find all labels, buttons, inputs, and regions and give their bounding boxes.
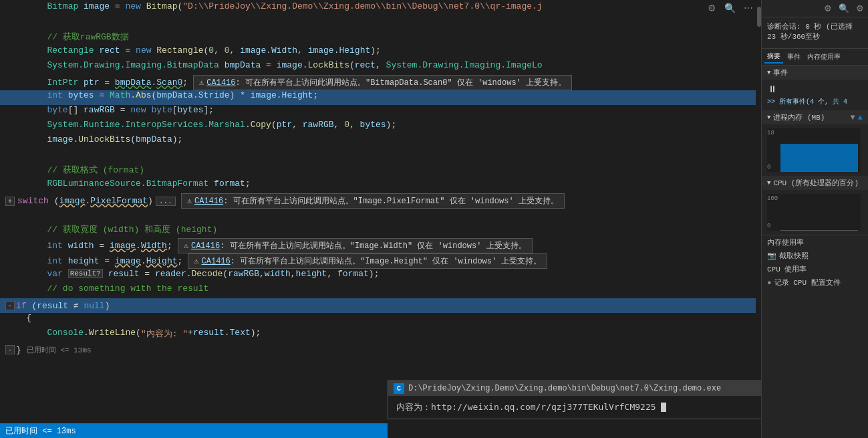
snapshot-label: 截取快照 (779, 251, 809, 261)
code-line-bytearray: byte [] rawRGB = new byte [ bytes ]; (0, 105, 761, 120)
tab-summary[interactable]: 摘要 (764, 50, 783, 64)
code-line-if: - if ( result ≠ null ) (0, 298, 761, 313)
warning-icon3: ⚠ (184, 241, 188, 251)
warning-icon: ⚠ (199, 78, 204, 88)
memory-bar (780, 144, 858, 172)
memory-y-min: 0 (767, 164, 770, 171)
code-line-blank1 (0, 16, 761, 31)
terminal-popup: C D:\PrideJoy\Zxing.Demo\Zxing.demo\bin\… (388, 380, 761, 419)
code-line-comment3: // 获取宽度 (width) 和高度 (height) (0, 223, 761, 238)
code-line-comment4: // do something with the result (0, 284, 761, 298)
actions-section-header: 内存使用率 (762, 235, 868, 249)
warning-icon4: ⚠ (194, 256, 198, 266)
memory-section-header[interactable]: ▼ 进程内存 (MB) ▼ ▲ (762, 110, 868, 124)
events-section-body: ⏸ >> 所有事件(4 个, 共 4 (762, 80, 868, 110)
code-line-brace-close: - } 已用时间 <= 13ms (0, 342, 761, 357)
event-pause-row: ⏸ (767, 82, 863, 96)
code-line-format: RGBLuminanceSource.BitmapFormat format ; (0, 179, 761, 193)
code-line-result: var Result? result = reader . Decode ( r… (0, 269, 761, 284)
terminal-title: D:\PrideJoy\Zxing.Demo\Zxing.demo\bin\De… (408, 384, 721, 393)
diag-search-icon[interactable]: 🔍 (837, 2, 851, 15)
cpu-profile-label: 记录 CPU 配置文件 (774, 278, 841, 288)
events-arrow: ▼ (767, 70, 770, 76)
switch-collapsed[interactable]: ... (156, 197, 176, 206)
code-line-writeline: Console . WriteLine ( "内容为: " + result .… (0, 328, 761, 342)
warning-code-scan0[interactable]: CA1416 (206, 78, 235, 88)
memory-filter-icon[interactable]: ▼ (851, 113, 855, 122)
diag-toolbar: ⚙ 🔍 ⚙ (762, 0, 868, 17)
events-count: >> 所有事件(4 个, 共 4 (767, 96, 863, 108)
code-line-blank2 (0, 149, 761, 164)
warning-tooltip-scan0: ⚠ CA1416 : 可在所有平台上访问此调用站点。"BitmapData.Sc… (193, 75, 572, 90)
code-editor: Bitmap image = new Bitmap ( "D:\\PrideJo… (0, 0, 761, 360)
code-line-width: int width = image . Width ; ⚠ CA1416 : 可… (0, 238, 761, 253)
code-scrollbar[interactable] (756, 0, 761, 438)
warning-tooltip-pixelformat: ⚠ CA1416 : 可在所有平台上访问此调用站点。"Image.PixelFo… (181, 193, 565, 209)
cpu-section-body: 100 0 (762, 190, 868, 235)
status-text: 已用时间 <= 13ms (5, 425, 76, 437)
expand-switch-btn[interactable]: + (5, 197, 15, 206)
snapshot-item[interactable]: 📷 截取快照 (762, 249, 868, 262)
collapse-brace-btn[interactable]: - (5, 345, 15, 354)
code-line-bmpdata: System.Drawing.Imaging.BitmapData bmpDat… (0, 60, 761, 75)
camera-icon: 📷 (767, 251, 776, 260)
terminal-output: 内容为：http://weixin.qq.com/r/qzj377TEKulVr… (396, 402, 656, 412)
warning-icon2: ⚠ (187, 196, 192, 206)
code-panel: ⚙ 🔍 ⋯ Bitmap image = new Bitmap ( "D:\\P… (0, 0, 761, 438)
terminal-cursor (661, 403, 666, 412)
memory-arrow: ▼ (767, 114, 770, 121)
code-line-marshal: System.Runtime.InteropServices.Marshal .… (0, 120, 761, 134)
warning-code-pixelformat[interactable]: CA1416 (194, 197, 223, 206)
diag-session-text: 诊断会话: 0 秒 (已选择 23 秒/360至秒 (767, 21, 863, 41)
diag-more-icon[interactable]: ⚙ (855, 2, 865, 15)
code-line-blank3 (0, 209, 761, 223)
tab-events[interactable]: 事件 (784, 50, 803, 64)
cpu-label: CPU (所有处理器的百分) (773, 178, 859, 188)
pause-button[interactable]: ⏸ (767, 84, 778, 94)
cpu-y-min: 0 (767, 223, 770, 229)
result-type-hint: Result? (68, 269, 103, 278)
memory-sort-icon[interactable]: ▲ (858, 113, 863, 122)
time-status: 已用时间 <= 13ms (27, 345, 92, 355)
diag-tabs: 摘要 事件 内存使用率 (762, 49, 868, 66)
bullet-icon: ● (767, 279, 772, 287)
right-panel: ⚙ 🔍 ⚙ 诊断会话: 0 秒 (已选择 23 秒/360至秒 摘要 事件 内存… (761, 0, 868, 438)
scrollbar-thumb[interactable] (757, 7, 761, 27)
memory-section-body: 18 0 (762, 124, 868, 176)
memory-chart: 18 0 (767, 128, 861, 172)
code-line-unlock: image . UnlockBits ( bmpData ); (0, 134, 761, 149)
terminal-body[interactable]: 内容为：http://weixin.qq.com/r/qzj377TEKulVr… (388, 396, 761, 419)
cpu-usage-header: CPU 使用率 (762, 262, 868, 276)
events-section-header[interactable]: ▼ 事件 (762, 66, 868, 80)
code-line-switch: + switch ( image . PixelFormat ) ... ⚠ C… (0, 193, 761, 209)
code-line-comment1: // 获取rawRGB数据 (0, 31, 761, 45)
code-line-intptr: IntPtr ptr = bmpData . Scan0 ; ⚠ CA1416 … (0, 75, 761, 90)
code-line-intbytes: int bytes = Math . Abs ( bmpData . Strid… (0, 90, 761, 105)
code-line-rect: Rectangle rect = new Rectangle ( 0 , 0 ,… (0, 45, 761, 60)
cpu-profile-item[interactable]: ● 记录 CPU 配置文件 (762, 276, 868, 289)
diag-header: 诊断会话: 0 秒 (已选择 23 秒/360至秒 (762, 17, 868, 49)
code-line-height: int height = image . Height ; ⚠ CA1416 :… (0, 253, 761, 269)
warning-code-height[interactable]: CA1416 (202, 257, 231, 266)
tab-memory[interactable]: 内存使用率 (805, 50, 843, 64)
memory-y-max: 18 (767, 130, 774, 136)
code-line-comment2: // 获取格式 (format) (0, 164, 761, 179)
diag-gear-icon[interactable]: ⚙ (823, 2, 833, 15)
collapse-if-btn[interactable]: - (5, 301, 15, 310)
terminal-title-bar: C D:\PrideJoy\Zxing.Demo\Zxing.demo\bin\… (388, 381, 761, 396)
terminal-app-icon: C (394, 383, 404, 394)
code-line-brace-open: { (0, 313, 761, 328)
cpu-arrow: ▼ (767, 180, 770, 187)
warning-code-width[interactable]: CA1416 (191, 241, 220, 251)
code-line-bitmap: Bitmap image = new Bitmap ( "D:\\PrideJo… (0, 1, 761, 16)
memory-label: 进程内存 (MB) (773, 112, 825, 122)
events-label: 事件 (773, 68, 788, 78)
cpu-y-max: 100 (767, 195, 778, 202)
cpu-section-header[interactable]: ▼ CPU (所有处理器的百分) (762, 176, 868, 190)
cpu-chart: 100 0 (767, 194, 861, 231)
warning-tooltip-width: ⚠ CA1416 : 可在所有平台上访问此调用站点。"Image.Width" … (178, 238, 533, 253)
status-bar: 已用时间 <= 13ms (0, 423, 388, 438)
warning-tooltip-height: ⚠ CA1416 : 可在所有平台上访问此调用站点。"Image.Height"… (188, 253, 547, 269)
